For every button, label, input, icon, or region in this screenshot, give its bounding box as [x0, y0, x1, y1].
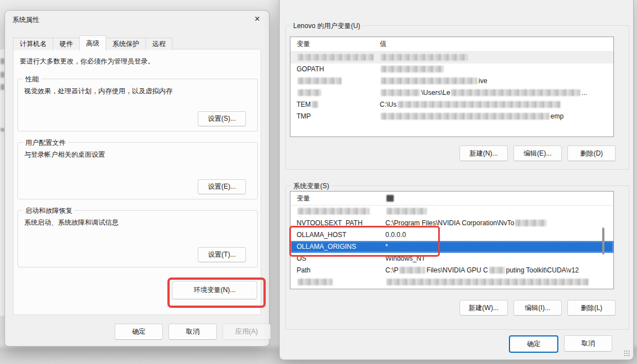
system-variables-label: 系统变量(S) [291, 181, 331, 191]
user-edit-button[interactable]: 编辑(E)... [513, 145, 562, 161]
column-header-value [385, 192, 613, 205]
cancel-button[interactable]: 取消 [169, 324, 217, 340]
table-row[interactable]: OSWindows_NT [290, 253, 613, 265]
title-bar[interactable]: 环境变量 ✕ [280, 0, 633, 7]
user-profiles-group: 用户配置文件 与登录帐户相关的桌面设置 设置(E)... [17, 142, 258, 199]
environment-variables-dialog: 环境变量 ✕ Lenovo 的用户变量(U) 变量 值 GOPATHive\Us… [279, 0, 634, 360]
system-properties-dialog: 系统属性 ✕ 计算机名硬件高级系统保护远程 要进行大多数更改，你必须作为管理员登… [4, 10, 270, 347]
clipped-glyph [1, 58, 4, 64]
table-row[interactable]: ive [290, 75, 613, 87]
variable-cell: TMP [290, 111, 380, 122]
clipped-glyph [1, 84, 4, 90]
system-delete-button[interactable]: 删除(L) [567, 300, 616, 316]
cell-text: 0.0.0.0 [385, 231, 406, 239]
cancel-button[interactable]: 取消 [564, 335, 612, 352]
redacted-blur [386, 208, 427, 215]
tab-advanced[interactable]: 高级 [79, 35, 106, 51]
table-row[interactable]: TEMC:\Us [290, 99, 613, 111]
group-title: 性能 [23, 75, 41, 84]
user-new-button[interactable]: 新建(N)... [459, 145, 508, 161]
dialog-footer: 确定 取消 应用(A) [115, 324, 271, 340]
value-cell [380, 63, 613, 75]
cell-text: C:\Us [380, 101, 397, 108]
cell-text: Windows_NT [385, 254, 425, 262]
cell-text: ... [581, 89, 587, 97]
tab-computer-name[interactable]: 计算机名 [13, 38, 53, 50]
cell-text: TMP [297, 112, 311, 120]
cell-text: ive [479, 77, 487, 85]
variable-cell [290, 87, 380, 99]
table-row[interactable]: PathC:\PFiles\NVIDIA GPU Cputing Toolkit… [290, 265, 613, 276]
resize-grip[interactable] [624, 350, 630, 356]
table-row[interactable]: NVTOOLSEXT_PATHC:\Program Files\NVIDIA C… [290, 217, 613, 229]
variable-cell: TEM [290, 99, 380, 111]
ok-button[interactable]: 确定 [115, 324, 163, 340]
redacted-blur [451, 89, 580, 96]
cell-text: C:\Program Files\NVIDIA Corporation\NvTo [385, 219, 514, 227]
user-variables-table: 变量 值 GOPATHive\Users\Le...TEMC:\UsTMPemp [290, 37, 614, 137]
desktop-background: 系统属性 ✕ 计算机名硬件高级系统保护远程 要进行大多数更改，你必须作为管理员登… [0, 0, 637, 364]
table-row[interactable]: OLLAMA_ORIGINS* [290, 241, 613, 253]
variable-cell: NVTOOLSEXT_PATH [290, 217, 385, 229]
variable-cell: OS [290, 253, 385, 265]
redacted-blur [298, 54, 374, 61]
scrollbar-thumb[interactable] [602, 228, 604, 254]
table-row[interactable] [290, 206, 613, 217]
environment-variables-button[interactable]: 环境变量(N)... [172, 281, 257, 299]
group-description: 系统启动、系统故障和调试信息 [24, 218, 119, 228]
table-header: 变量 值 [290, 37, 613, 52]
value-cell [385, 276, 613, 288]
cell-text: C:\P [385, 266, 398, 274]
tab-system-protection[interactable]: 系统保护 [106, 38, 146, 50]
variable-cell: OLLAMA_ORIGINS [290, 241, 385, 253]
redacted-blur [381, 89, 420, 96]
startup-recovery-group: 启动和故障恢复 系统启动、系统故障和调试信息 设置(T)... [17, 210, 258, 267]
cell-text: Files\NVIDIA GPU C [426, 266, 488, 274]
user-delete-button[interactable]: 删除(D) [567, 145, 616, 161]
table-row[interactable]: OLLAMA_HOST0.0.0.0 [290, 229, 613, 241]
value-cell: emp [380, 111, 613, 122]
table-row[interactable]: \Users\Le... [290, 87, 613, 99]
variable-cell [290, 276, 385, 288]
tab-strip: 计算机名硬件高级系统保护远程 [13, 35, 172, 50]
system-edit-button[interactable]: 编辑(I)... [513, 300, 562, 316]
cell-text: NVTOOLSEXT_PATH [297, 219, 362, 227]
variable-cell: OLLAMA_HOST [290, 229, 385, 241]
redacted-blur [399, 267, 425, 274]
column-header-value: 值 [380, 37, 613, 51]
value-cell: * [385, 241, 613, 253]
redacted-blur [381, 78, 477, 84]
cell-text: Path [297, 266, 311, 274]
group-title: 启动和故障恢复 [23, 206, 75, 216]
advanced-tab-panel: 要进行大多数更改，你必须作为管理员登录。 性能 视觉效果，处理器计划，内存使用，… [13, 49, 261, 315]
clipped-glyph [1, 72, 4, 78]
user-variables-section: Lenovo 的用户变量(U) 变量 值 GOPATHive\Users\Le.… [285, 25, 629, 170]
close-icon[interactable]: ✕ [253, 15, 262, 24]
performance-settings-button[interactable]: 设置(S)... [198, 111, 246, 126]
user-variables-label: Lenovo 的用户变量(U) [291, 21, 362, 31]
user-profiles-settings-button[interactable]: 设置(E)... [198, 179, 246, 194]
tab-hardware[interactable]: 硬件 [53, 38, 80, 50]
table-row[interactable]: TMPemp [290, 111, 613, 122]
value-cell: ive [380, 75, 613, 87]
startup-recovery-settings-button[interactable]: 设置(T)... [198, 247, 246, 262]
cell-text: * [385, 243, 388, 251]
redacted-blur [312, 101, 319, 108]
table-row[interactable]: GOPATH [290, 63, 613, 75]
cell-text: TEM [297, 101, 311, 108]
redacted-blur [298, 279, 333, 285]
ok-button[interactable]: 确定 [509, 335, 558, 353]
value-cell: 0.0.0.0 [385, 229, 613, 241]
system-new-button[interactable]: 新建(W)... [459, 300, 508, 316]
table-row[interactable] [290, 52, 613, 63]
redacted-blur [386, 195, 394, 202]
close-icon[interactable]: ✕ [617, 0, 626, 1]
cell-text: OLLAMA_HOST [297, 231, 347, 239]
user-variables-buttons: 新建(N)... 编辑(E)... 删除(D) [459, 145, 616, 161]
title-bar[interactable]: 系统属性 ✕ [5, 11, 269, 28]
cell-text: GOPATH [297, 65, 324, 73]
group-description: 与登录帐户相关的桌面设置 [24, 150, 105, 160]
variable-cell [290, 75, 380, 87]
table-row[interactable] [290, 276, 613, 288]
tab-remote[interactable]: 远程 [145, 38, 172, 50]
